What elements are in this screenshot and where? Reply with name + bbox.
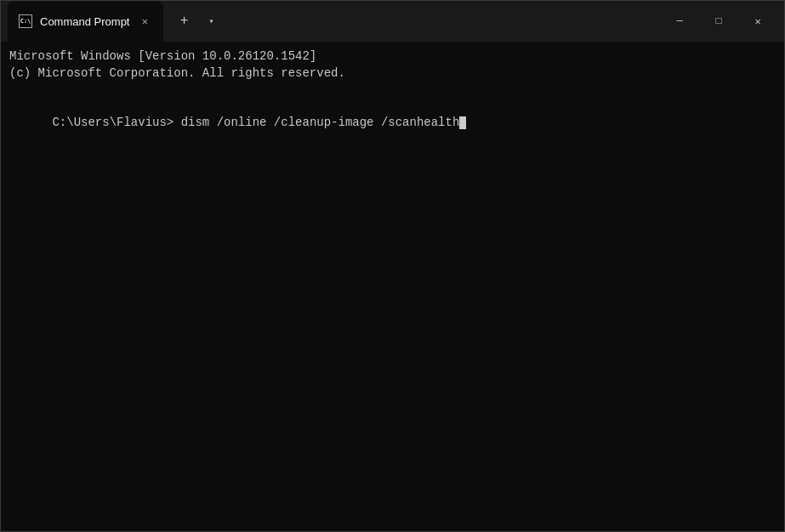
titlebar-actions: + ▾ — [170, 8, 221, 35]
terminal-line-2: (c) Microsoft Corporation. All rights re… — [9, 65, 776, 82]
terminal-prompt: C:\Users\Flavius> — [52, 116, 173, 129]
new-tab-button[interactable]: + — [170, 8, 197, 35]
terminal-body[interactable]: Microsoft Windows [Version 10.0.26120.15… — [1, 42, 784, 531]
terminal-cursor — [459, 116, 466, 129]
close-button[interactable]: ✕ — [738, 1, 777, 42]
terminal-line-1: Microsoft Windows [Version 10.0.26120.15… — [9, 48, 776, 65]
tab-dropdown-button[interactable]: ▾ — [201, 8, 221, 35]
tab-close-button[interactable]: ✕ — [136, 13, 153, 30]
terminal-input-line: C:\Users\Flavius> dism /online /cleanup-… — [9, 99, 776, 149]
titlebar: C:\ Command Prompt ✕ + ▾ — □ ✕ — [1, 1, 784, 42]
active-tab[interactable]: C:\ Command Prompt ✕ — [8, 1, 163, 42]
minimize-button[interactable]: — — [660, 1, 699, 42]
cmd-icon-text: C:\ — [20, 18, 31, 25]
tab-title: Command Prompt — [40, 15, 129, 28]
cmd-icon: C:\ — [19, 14, 32, 28]
maximize-button[interactable]: □ — [699, 1, 738, 42]
tab-icon: C:\ — [18, 14, 33, 29]
terminal-window: C:\ Command Prompt ✕ + ▾ — □ ✕ Microsoft… — [0, 0, 785, 532]
terminal-line-3 — [9, 82, 776, 99]
window-controls: — □ ✕ — [660, 1, 777, 42]
tab-area: C:\ Command Prompt ✕ + ▾ — [8, 1, 660, 42]
terminal-command: dism /online /cleanup-image /scanhealth — [173, 116, 459, 129]
